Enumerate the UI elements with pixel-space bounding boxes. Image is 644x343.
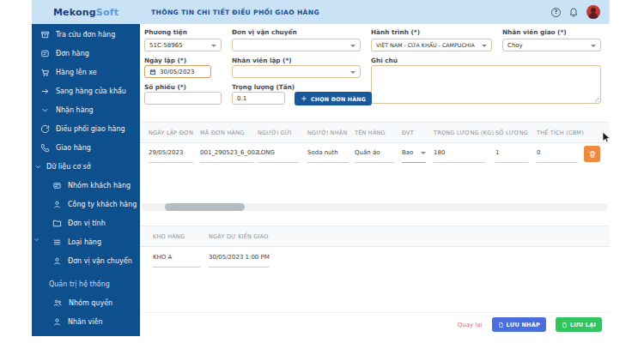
sidebar-item-loai-hang[interactable]: Loại hàng xyxy=(32,232,140,251)
document-icon xyxy=(40,49,50,58)
sidebar-item-label: Dữ liệu cơ sở xyxy=(46,163,91,171)
volume-cbm-cell[interactable]: 0 xyxy=(537,149,578,163)
sidebar-item-label: Nhóm khách hàng xyxy=(68,182,131,190)
cart-icon xyxy=(40,68,50,77)
created-date-label: Ngày lập (*) xyxy=(144,57,186,64)
column-header: MÃ ĐƠN HÀNG xyxy=(200,129,244,136)
notes-field xyxy=(371,65,601,104)
logo: MekongSoft xyxy=(32,7,140,18)
sidebar-item-label: Loại hàng xyxy=(68,238,101,246)
sidebar-item-don-hang[interactable]: Đơn hàng xyxy=(32,44,140,63)
sidebar-item-label: Sang hàng cửa khẩu xyxy=(56,87,126,95)
created-date-input[interactable]: 30/05/2023 xyxy=(144,65,211,78)
sidebar-item-sang-hang-cua-khau[interactable]: Sang hàng cửa khẩu xyxy=(32,81,140,100)
sidebar-item-nhan-hang[interactable]: Nhận hàng xyxy=(32,100,140,119)
order-date-cell[interactable]: 29/05/2023 xyxy=(149,149,193,163)
column-header: KHO HÀNG xyxy=(153,233,185,240)
receiver-cell[interactable]: Soda nuth xyxy=(307,149,349,163)
weight-kg-cell[interactable]: 180 xyxy=(434,149,485,163)
ticket-number-label: Số phiếu (*) xyxy=(144,83,186,91)
user-icon xyxy=(52,200,62,209)
column-header: TRỌNG LƯỢNG (KG) xyxy=(434,129,494,136)
delete-row-button[interactable] xyxy=(584,146,600,162)
sender-cell[interactable]: LONG xyxy=(258,149,299,163)
calendar-icon xyxy=(149,69,156,75)
logo-secondary: Soft xyxy=(96,7,118,18)
weight-ton-field xyxy=(232,92,285,105)
phone-icon xyxy=(40,143,50,153)
notes-label: Ghi chú xyxy=(371,57,398,64)
delivery-staff-label: Nhân viên giao (*) xyxy=(502,28,567,36)
sidebar-item-label: Giao hàng xyxy=(56,144,91,152)
sidebar-item-label: Nhận hàng xyxy=(56,106,94,114)
footer-actions: Quay lại LƯU NHÁP LƯU LẠI xyxy=(140,312,610,336)
route-select-value: VIỆT NAM - CỬA KHẨU - CAMPUCHIA xyxy=(376,42,475,48)
users-icon xyxy=(52,298,63,308)
sidebar-item-nhan-vien[interactable]: Nhân viên xyxy=(32,312,140,331)
sidebar-item-label: Đơn vị vận chuyển xyxy=(68,257,132,265)
sidebar-item-hang-len-xe[interactable]: Hàng lên xe xyxy=(32,63,140,81)
vehicle-label: Phương tiện xyxy=(144,28,187,36)
created-by-select[interactable] xyxy=(232,65,361,78)
goods-name-cell[interactable]: Quần áo xyxy=(355,149,394,163)
column-header: NGƯỜI GỬI xyxy=(258,129,292,136)
refresh-icon xyxy=(40,124,50,134)
trash-icon xyxy=(588,150,597,159)
column-header: ĐVT xyxy=(402,129,414,136)
chevron-down-icon[interactable] xyxy=(33,236,40,244)
sidebar-item-don-vi-van-chuyen[interactable]: Đơn vị vận chuyển xyxy=(32,251,140,270)
sidebar-item-label: Công ty khách hàng xyxy=(68,201,137,208)
sidebar-item-don-vi-tinh[interactable]: Đơn vị tính xyxy=(32,214,140,232)
sidebar-item-cong-ty-khach-hang[interactable]: Công ty khách hàng xyxy=(32,195,140,214)
sidebar: Tra cứu đơn hàng Đơn hàng Hàng lên xe Sa… xyxy=(32,24,140,336)
sidebar-item-label: Đơn vị tính xyxy=(68,220,106,227)
delivery-staff-select[interactable]: Choy xyxy=(502,39,601,51)
chevron-down-icon xyxy=(34,163,42,171)
page-title: THÔNG TIN CHI TIẾT ĐIỀU PHỐI GIAO HÀNG xyxy=(151,9,551,16)
sidebar-item-nhom-khach-hang[interactable]: Nhóm khách hàng xyxy=(32,176,140,195)
vehicle-select[interactable]: 51C-58965 xyxy=(144,39,222,51)
sidebar-section-quan-tri-he-thong: Quản trị hệ thống xyxy=(32,274,140,293)
column-header: NGÀY DỰ KIẾN GIAO xyxy=(209,233,269,240)
back-link[interactable]: Quay lại xyxy=(458,322,483,328)
ticket-number-input[interactable] xyxy=(149,95,216,102)
help-icon[interactable]: ? xyxy=(551,8,561,17)
sidebar-item-dieu-phoi-giao-hang[interactable]: Điều phối giao hàng xyxy=(32,119,140,138)
bell-icon[interactable] xyxy=(568,7,579,17)
save-label: LƯU LẠI xyxy=(570,322,596,328)
horizontal-scrollbar[interactable] xyxy=(142,203,607,211)
weight-ton-input[interactable] xyxy=(237,95,280,102)
warehouse-cell[interactable]: KHO A xyxy=(153,254,200,268)
sidebar-item-tra-cuu-don-hang[interactable]: Tra cứu đơn hàng xyxy=(32,25,140,44)
user-avatar[interactable] xyxy=(586,5,600,19)
vehicle-select-value: 51C-58965 xyxy=(149,42,183,49)
select-orders-button[interactable]: CHỌN ĐƠN HÀNG xyxy=(295,92,372,105)
arrow-right-icon xyxy=(40,87,50,96)
unit-select-cell[interactable]: Bao xyxy=(402,149,426,163)
notes-textarea[interactable] xyxy=(372,66,600,103)
user-icon xyxy=(52,317,62,327)
app-window: MekongSoft THÔNG TIN CHI TIẾT ĐIỀU PHỐI … xyxy=(32,0,610,336)
unit-select-value: Bao xyxy=(402,149,413,156)
folder-icon xyxy=(52,219,62,228)
weight-ton-label: Trọng lượng (Tấn) xyxy=(232,83,295,91)
sidebar-item-giao-hang[interactable]: Giao hàng xyxy=(32,138,140,157)
sidebar-item-label: Đơn hàng xyxy=(56,50,89,57)
delivery-staff-select-value: Choy xyxy=(507,42,523,49)
route-select[interactable]: VIỆT NAM - CỬA KHẨU - CAMPUCHIA xyxy=(371,39,492,51)
scrollbar-thumb[interactable] xyxy=(165,203,245,211)
column-header: THỂ TÍCH (CBM) xyxy=(537,129,584,136)
warehouse-table-header: KHO HÀNG NGÀY DỰ KIẾN GIAO xyxy=(140,226,610,247)
menu-icon xyxy=(52,238,62,247)
carrier-select[interactable] xyxy=(232,39,361,51)
created-date-value: 30/05/2023 xyxy=(160,69,194,75)
expected-delivery-date-cell[interactable]: 30/05/2023 1:00 PM xyxy=(209,254,269,268)
save-button[interactable]: LƯU LẠI xyxy=(556,317,602,332)
sidebar-item-nhom-quyen[interactable]: Nhóm quyền xyxy=(32,293,140,312)
order-code-cell[interactable]: 001_290523_6_002 xyxy=(200,149,253,163)
select-orders-button-label: CHỌN ĐƠN HÀNG xyxy=(311,96,366,102)
sidebar-item-label: Nhóm quyền xyxy=(69,299,112,307)
sidebar-group-du-lieu-co-so[interactable]: Dữ liệu cơ sở xyxy=(32,157,140,176)
save-draft-button[interactable]: LƯU NHÁP xyxy=(492,317,546,332)
quantity-cell[interactable]: 1 xyxy=(495,149,528,163)
